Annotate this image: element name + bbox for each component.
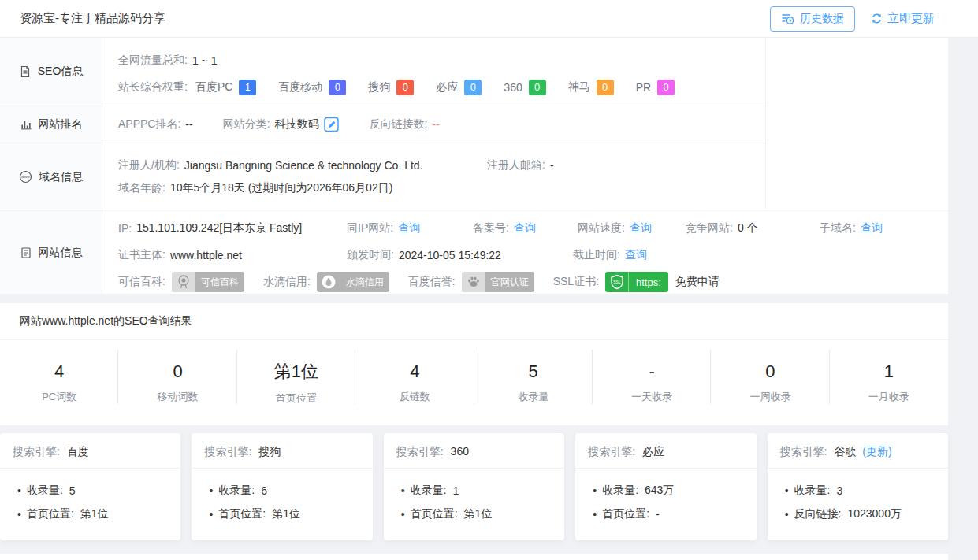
engine-name: 必应 — [642, 445, 664, 458]
list-item: 反向链接: 1023000万 — [785, 503, 935, 526]
engine-card-bing: 搜索引擎: 必应 收录量: 643万 首页位置: - — [575, 433, 756, 540]
list-item: 收录量: 1 — [401, 479, 552, 503]
subdomain-query-link[interactable]: 查询 — [861, 221, 883, 235]
registrant: 注册人/机构: Jiangsu Bangning Science & techn… — [118, 158, 487, 172]
weight-bing: 必应 0 — [436, 80, 482, 95]
domain-age: 域名年龄: 10年5个月18天 (过期时间为2026年06月02日) — [118, 181, 392, 195]
weight-badge: 0 — [464, 80, 482, 95]
site-info-panel: SEO信息 全网流量总和: 1 ~ 1 站长综合权重: 百度PC 1 百度移动 … — [0, 38, 948, 294]
same-ip-query-link[interactable]: 查询 — [398, 221, 420, 235]
weight-baidu-mobile: 百度移动 0 — [278, 80, 346, 95]
seo-result-title: 网站www.httple.net的SEO查询结果 — [0, 303, 948, 340]
page-title: 资源宝-专注于精品源码分享 — [20, 11, 165, 26]
subdomain: 子域名: 查询 — [820, 221, 883, 235]
engine-name: 搜狗 — [258, 445, 281, 458]
icp-record: 备案号: 查询 — [473, 221, 578, 235]
edit-category-icon[interactable] — [324, 117, 340, 132]
registrant-email: 注册人邮箱: - — [487, 158, 554, 172]
weight-sogou: 搜狗 0 — [368, 80, 414, 95]
weight-pr: PR 0 — [636, 80, 675, 95]
water-drop-credit-badge[interactable]: 水滴信用 — [317, 272, 389, 292]
engine-card-baidu: 搜索引擎: 百度 收录量: 5 首页位置: 第1位 — [0, 433, 180, 540]
weight-baidu-pc: 百度PC 1 — [195, 80, 256, 95]
site-ranking-content: APPPC排名: -- 网站分类: 科技数码 反向链接数: -- — [102, 106, 765, 143]
list-item: 首页位置: 第1位 — [17, 503, 168, 526]
weight-badge: 0 — [329, 80, 346, 95]
engine-card-sogou: 搜索引擎: 搜狗 收录量: 6 首页位置: 第1位 — [192, 433, 372, 540]
weight-badge: 1 — [239, 80, 256, 95]
app-pc-rank: APPPC排名: -- — [118, 117, 193, 132]
ssl-https-badge[interactable]: SSL https: — [605, 272, 668, 292]
sidebar-item-seo-info: SEO信息 — [0, 38, 102, 106]
list-item: 首页位置: 第1位 — [401, 503, 552, 526]
engine-card-360: 搜索引擎: 360 收录量: 1 首页位置: 第1位 — [384, 433, 564, 540]
cert-issue-time: 颁发时间: 2024-10-05 15:49:22 — [347, 248, 573, 262]
baidu-paw-icon — [462, 272, 485, 292]
seo-info-content: 全网流量总和: 1 ~ 1 站长综合权重: 百度PC 1 百度移动 0 搜狗 0 — [102, 38, 765, 106]
speed-query-link[interactable]: 查询 — [630, 221, 652, 235]
weight-badge: 0 — [597, 80, 614, 95]
bar-chart-icon — [20, 118, 32, 131]
free-apply-link[interactable]: 免费申请 — [675, 275, 720, 289]
baidu-reputation: 百度信誉: 官网认证 — [408, 272, 534, 292]
sidebar-item-label: 网站排名 — [39, 117, 83, 132]
update-now-label: 立即更新 — [887, 11, 935, 26]
engine-name: 百度 — [67, 445, 89, 458]
weight-label: 站长综合权重: — [118, 80, 188, 95]
stat-pc-words: 4 PC词数 — [0, 340, 118, 425]
icp-query-link[interactable]: 查询 — [514, 221, 536, 235]
stat-one-week: 0 一周收录 — [711, 340, 829, 425]
droplet-icon — [317, 272, 340, 292]
baidu-verified-badge[interactable]: 官网认证 — [462, 272, 534, 292]
ip-address: IP: 151.101.109.242[日本东京 Fastly] — [118, 221, 347, 235]
expire-query-link[interactable]: 查询 — [625, 248, 647, 262]
engine-card-google: 搜索引擎: 谷歌 (更新) 收录量: 3 反向链接: 1023000万 — [768, 433, 948, 540]
header-actions: 历史数据 立即更新 — [770, 6, 935, 32]
seal-icon — [172, 272, 195, 292]
history-data-button[interactable]: 历史数据 — [770, 6, 855, 32]
weight-360: 360 0 — [504, 80, 545, 95]
same-ip-sites: 同IP网站: 查询 — [347, 221, 473, 235]
weight-badge: 0 — [396, 80, 414, 95]
sidebar-item-label: 域名信息 — [39, 170, 83, 184]
trusted-baike-badge[interactable]: 可信百科 — [172, 272, 244, 292]
google-update-link[interactable]: (更新) — [862, 445, 891, 458]
page-header: 资源宝-专注于精品源码分享 历史数据 立即更新 — [0, 0, 978, 38]
stat-one-day: - 一天收录 — [593, 340, 711, 425]
stat-mobile-words: 0 移动词数 — [118, 340, 236, 425]
sidebar-item-label: 网站信息 — [39, 246, 83, 260]
list-item: 首页位置: - — [593, 503, 743, 526]
ssl-cert: SSL证书: SSL https: 免费申请 — [553, 272, 720, 292]
list-item: 收录量: 5 — [17, 479, 168, 503]
file-icon — [19, 65, 32, 78]
engine-cards-row: 搜索引擎: 百度 收录量: 5 首页位置: 第1位 搜索引擎: 搜狗 收录量: … — [0, 433, 948, 540]
cert-expire-time: 截止时间: 查询 — [573, 248, 647, 262]
stat-one-month: 1 一月收录 — [830, 340, 948, 425]
stat-backlinks: 4 反链数 — [355, 340, 474, 425]
stat-home-position: 第1位 首页位置 — [237, 340, 355, 425]
next-section-edge — [0, 554, 948, 560]
site-category: 网站分类: 科技数码 — [223, 117, 340, 132]
website-info-content: IP: 151.101.109.242[日本东京 Fastly] 同IP网站: … — [102, 211, 948, 294]
sidebar-item-label: SEO信息 — [38, 65, 84, 79]
trusted-baike: 可信百科: 可信百科 — [118, 272, 244, 292]
sidebar-item-site-ranking: 网站排名 — [0, 106, 102, 143]
site-speed: 网站速度: 查询 — [578, 221, 686, 235]
empty-cell — [765, 38, 948, 211]
update-now-button[interactable]: 立即更新 — [871, 11, 935, 26]
document-lines-icon — [20, 247, 32, 259]
traffic-total: 全网流量总和: 1 ~ 1 — [118, 54, 217, 68]
svg-text:SSL: SSL — [613, 280, 621, 284]
cert-subject: 证书主体: www.httple.net — [118, 248, 347, 262]
engine-name: 谷歌 — [834, 445, 856, 458]
engine-name: 360 — [451, 445, 469, 458]
backlink-count: 反向链接数: -- — [370, 117, 440, 132]
seo-result-panel: 网站www.httple.net的SEO查询结果 4 PC词数 0 移动词数 第… — [0, 303, 948, 425]
sidebar-item-website-info: 网站信息 — [0, 211, 102, 294]
globe-www-icon: www — [19, 170, 32, 184]
sidebar-item-domain-info: www 域名信息 — [0, 143, 102, 211]
list-item: 收录量: 3 — [785, 479, 935, 503]
domain-info-content: 注册人/机构: Jiangsu Bangning Science & techn… — [102, 143, 765, 211]
refresh-icon — [871, 13, 883, 24]
list-item: 收录量: 643万 — [593, 479, 743, 503]
